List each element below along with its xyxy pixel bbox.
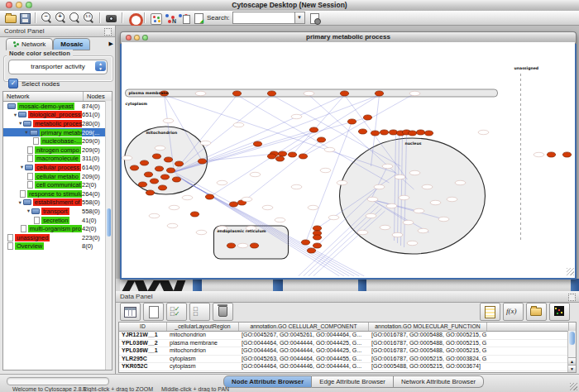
zoom-view-button[interactable] (142, 35, 148, 41)
network-node[interactable] (363, 115, 371, 120)
tree-row[interactable]: ▼metabolic process280(0) (3, 119, 112, 128)
network-node-label[interactable] (155, 146, 165, 150)
network-node-label[interactable] (122, 155, 132, 160)
network-node[interactable] (164, 157, 172, 162)
network-node-label[interactable] (167, 223, 178, 227)
network-node-label[interactable] (291, 114, 302, 118)
table-row[interactable]: YJR121W__1mitochondrion[GO:0045267, GO:0… (119, 332, 576, 340)
network-node[interactable] (229, 202, 237, 207)
zoom-out-icon[interactable]: − (41, 12, 53, 24)
overview-network-icon[interactable] (150, 12, 162, 24)
column-header[interactable]: _cellularLayoutRegion (167, 323, 239, 331)
select-nodes-checkbox[interactable]: ✓ (8, 79, 18, 88)
vizmapper-icon[interactable]: N (164, 12, 176, 24)
network-node[interactable] (205, 194, 213, 199)
network-node[interactable] (278, 151, 286, 156)
expand-toggle-icon[interactable]: ▼ (12, 112, 18, 117)
network-node-label[interactable] (233, 122, 244, 127)
network-node[interactable] (144, 172, 152, 177)
network-node-label[interactable] (392, 232, 403, 237)
tab-node-attribute-browser[interactable]: Node Attribute Browser (223, 375, 312, 388)
close-window-button[interactable] (6, 2, 12, 8)
network-node[interactable] (160, 174, 169, 179)
network-node[interactable] (190, 212, 199, 217)
column-header[interactable]: annotation.GO CELLULAR_COMPONENT (239, 323, 369, 331)
zoom-selected-icon[interactable] (69, 12, 81, 24)
network-node-label[interactable] (200, 141, 211, 145)
matrix-view-button[interactable] (549, 303, 570, 321)
tree-row[interactable]: secretion41(0) (3, 216, 112, 225)
network-node[interactable] (288, 152, 296, 157)
network-node[interactable] (198, 159, 206, 164)
network-node[interactable] (301, 240, 309, 245)
network-node-label[interactable] (250, 172, 261, 176)
network-node[interactable] (158, 185, 166, 190)
network-node[interactable] (371, 131, 379, 136)
search-options-icon[interactable] (308, 12, 320, 24)
search-input[interactable] (232, 12, 295, 24)
tree-row[interactable]: cellular metabo209(0) (3, 172, 112, 181)
table-row[interactable]: YDR039C__1mitochondrion[GO:0044464, GO:0… (119, 371, 576, 373)
network-node-label[interactable] (320, 168, 331, 172)
network-node-label[interactable] (395, 174, 405, 179)
network-node-label[interactable] (308, 205, 318, 209)
expand-toggle-icon[interactable]: ▼ (17, 121, 23, 126)
network-node[interactable] (152, 154, 160, 159)
tree-row[interactable]: response to stimulu264(0) (3, 189, 112, 198)
table-row[interactable]: YKR052Ccytoplasm[GO:0044464, GO:0044446,… (119, 363, 576, 371)
tree-row[interactable]: nucleobase-...209(0) (3, 136, 112, 146)
tree-row[interactable]: ▼biological_process651(0) (3, 111, 112, 120)
tree-row[interactable]: Overview8(0) (3, 242, 112, 251)
open-file-icon[interactable] (4, 12, 17, 24)
tree-row[interactable]: ▼transport558(0) (3, 207, 112, 216)
network-node-label[interactable] (438, 217, 449, 221)
network-node-label[interactable] (163, 118, 174, 122)
network-node[interactable] (307, 248, 315, 253)
network-node-label[interactable] (409, 91, 420, 95)
network-node[interactable] (317, 137, 325, 142)
network-node-label[interactable] (418, 228, 428, 232)
network-node-label[interactable] (382, 164, 393, 168)
network-node-label[interactable] (196, 230, 207, 234)
network-node[interactable] (267, 154, 275, 159)
network-canvas[interactable]: plasma membranecytoplasmmitochondrionnuc… (122, 42, 575, 276)
tree-column-network[interactable]: Network (3, 92, 84, 101)
attribute-batch-button[interactable] (480, 303, 500, 321)
network-node-label[interactable] (217, 180, 227, 184)
tree-row[interactable]: nitrogen compo209(0) (3, 146, 112, 155)
network-node[interactable] (253, 141, 261, 146)
network-node-label[interactable] (430, 200, 441, 204)
network-node-label[interactable] (414, 208, 424, 213)
network-node[interactable] (313, 243, 321, 248)
table-row[interactable]: YPL036W__2plasma membrane[GO:0044464, GO… (119, 340, 576, 348)
network-node-label[interactable] (380, 225, 390, 229)
expand-toggle-icon[interactable]: ▼ (24, 130, 30, 135)
network-node[interactable] (275, 156, 284, 161)
import-attributes-button[interactable] (526, 303, 547, 321)
network-node[interactable] (389, 130, 397, 135)
network-node-label[interactable] (182, 195, 193, 199)
expand-toggle-icon[interactable]: ▼ (17, 200, 23, 205)
network-node-label[interactable] (169, 205, 179, 209)
network-node-label[interactable] (149, 213, 160, 218)
expand-toggle-icon[interactable]: ▼ (19, 165, 25, 170)
network-node[interactable] (150, 179, 158, 184)
create-attribute-button[interactable] (143, 303, 164, 321)
network-node[interactable] (227, 243, 235, 248)
network-node-label[interactable] (337, 180, 347, 184)
tree-row[interactable]: cell communicat22(0) (3, 180, 112, 189)
network-graph[interactable]: plasma membranecytoplasmmitochondrionnuc… (122, 42, 575, 276)
select-attributes-button[interactable] (120, 303, 141, 321)
network-node[interactable] (347, 119, 356, 124)
network-node-label[interactable] (403, 220, 414, 224)
network-node-label[interactable] (447, 197, 457, 201)
network-node-label[interactable] (407, 241, 418, 245)
app-resize-grip[interactable] (570, 383, 577, 390)
network-node[interactable] (140, 160, 148, 165)
network-node-label[interactable] (399, 195, 409, 199)
tree-row[interactable]: mosaic-demo-yeast874(0) (3, 102, 112, 111)
network-node[interactable] (309, 127, 318, 132)
network-node-label[interactable] (328, 215, 339, 219)
network-node-label[interactable] (367, 197, 378, 201)
delete-attributes-button[interactable]: □✓□✓ (166, 303, 187, 321)
